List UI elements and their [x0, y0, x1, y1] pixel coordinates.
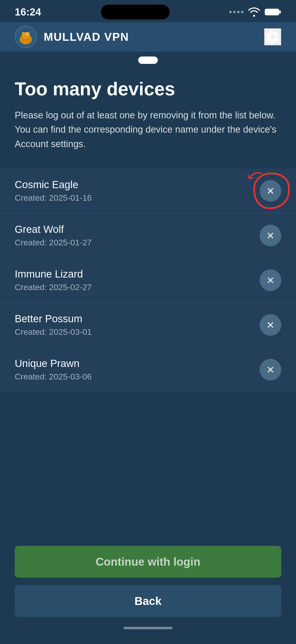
- annotation-arrow: [245, 171, 264, 186]
- device-created-date: Created: 2025-03-01: [15, 327, 92, 337]
- scroll-dot: [138, 56, 158, 64]
- device-info: Great WolfCreated: 2025-01-27: [15, 224, 92, 247]
- close-icon: [265, 230, 276, 241]
- page-description: Please log out of at least one by removi…: [15, 108, 281, 152]
- wifi-icon: [248, 7, 260, 17]
- main-content: Too many devices Please log out of at le…: [0, 64, 296, 161]
- header-brand: MULLVAD VPN: [15, 26, 129, 48]
- device-list-item: Immune LizardCreated: 2025-02-27: [0, 258, 296, 302]
- device-info: Immune LizardCreated: 2025-02-27: [15, 268, 92, 292]
- device-name: Cosmic Eagle: [15, 179, 92, 190]
- status-icons: [229, 7, 281, 17]
- status-bar: 16:24: [0, 0, 296, 22]
- device-name: Better Possum: [15, 313, 92, 325]
- svg-rect-0: [265, 9, 279, 15]
- device-created-date: Created: 2025-03-06: [15, 372, 92, 382]
- remove-device-button[interactable]: [260, 314, 281, 336]
- device-info: Unique PrawnCreated: 2025-03-06: [15, 358, 92, 382]
- device-info: Cosmic EagleCreated: 2025-01-16: [15, 179, 92, 203]
- app-header: MULLVAD VPN: [0, 22, 296, 52]
- signal-icon: [229, 11, 244, 13]
- remove-device-button[interactable]: [260, 180, 281, 202]
- close-icon: [265, 186, 276, 196]
- close-icon: [265, 275, 276, 286]
- close-icon: [265, 320, 276, 330]
- device-created-date: Created: 2025-01-27: [15, 238, 92, 247]
- page-title: Too many devices: [15, 78, 281, 99]
- svg-point-8: [27, 33, 29, 34]
- scroll-indicator: [0, 52, 296, 64]
- battery-icon: [265, 8, 281, 16]
- back-button[interactable]: Back: [15, 585, 281, 617]
- device-name: Immune Lizard: [15, 268, 92, 280]
- device-list-item: Unique PrawnCreated: 2025-03-06: [0, 347, 296, 392]
- device-list-item: Great WolfCreated: 2025-01-27: [0, 213, 296, 258]
- device-list-item: Better PossumCreated: 2025-03-01: [0, 302, 296, 347]
- device-name: Great Wolf: [15, 224, 92, 235]
- device-list: Cosmic EagleCreated: 2025-01-16 Great Wo…: [0, 168, 296, 392]
- bottom-section: Continue with login Back: [0, 534, 296, 644]
- home-bar: [123, 627, 173, 629]
- app-logo: [15, 26, 37, 48]
- close-icon: [265, 364, 276, 375]
- device-list-item: Cosmic EagleCreated: 2025-01-16: [0, 168, 296, 213]
- remove-device-button[interactable]: [260, 359, 281, 380]
- home-indicator: [15, 624, 281, 629]
- device-name: Unique Prawn: [15, 358, 92, 370]
- continue-login-button[interactable]: Continue with login: [15, 546, 281, 578]
- remove-device-button[interactable]: [260, 225, 281, 246]
- svg-rect-1: [279, 10, 281, 14]
- remove-device-button[interactable]: [260, 270, 281, 291]
- dynamic-island: [101, 5, 170, 20]
- device-info: Better PossumCreated: 2025-03-01: [15, 313, 92, 337]
- device-created-date: Created: 2025-01-16: [15, 193, 92, 203]
- device-created-date: Created: 2025-02-27: [15, 282, 92, 292]
- app-title: MULLVAD VPN: [44, 30, 129, 44]
- duck-icon: [17, 28, 35, 46]
- gear-icon: [265, 30, 280, 44]
- status-time: 16:24: [15, 6, 41, 18]
- settings-button[interactable]: [264, 28, 281, 46]
